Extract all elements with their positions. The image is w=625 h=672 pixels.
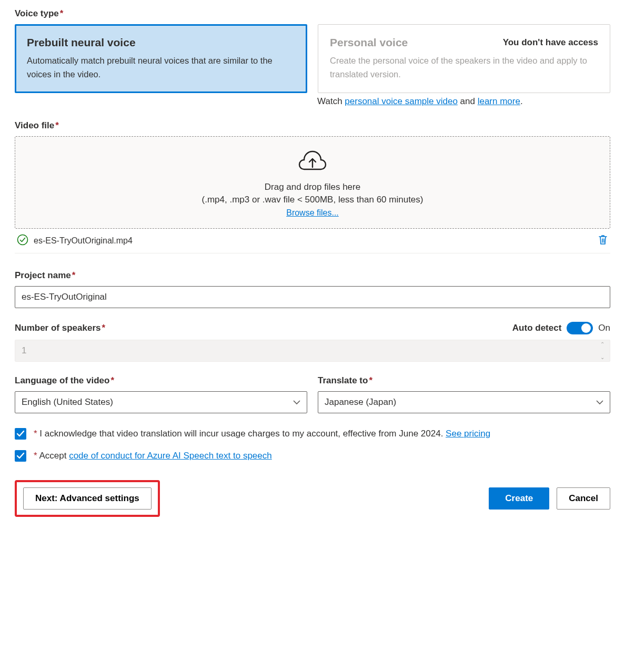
- source-lang-value: English (United States): [22, 397, 113, 408]
- target-lang-value: Japanese (Japan): [325, 397, 396, 408]
- ack-charges-checkbox[interactable]: [15, 428, 26, 440]
- speakers-label: Number of speakers*: [15, 323, 105, 333]
- success-check-icon: [17, 234, 28, 248]
- create-button[interactable]: Create: [489, 487, 549, 510]
- speakers-count-input: 1: [15, 340, 610, 362]
- personal-voice-note: Watch personal voice sample video and le…: [317, 96, 610, 107]
- personal-access-badge: You don't have access: [503, 37, 598, 48]
- auto-detect-toggle[interactable]: [567, 322, 593, 334]
- uploaded-file-name: es-ES-TryOutOriginal.mp4: [34, 236, 598, 246]
- spinner-arrows: ⌃ ⌄: [598, 341, 607, 360]
- delete-file-icon[interactable]: [598, 234, 608, 248]
- target-lang-select[interactable]: Japanese (Japan): [318, 391, 610, 413]
- learn-more-link[interactable]: learn more: [478, 96, 520, 106]
- svg-point-0: [18, 235, 28, 245]
- upload-dropzone[interactable]: Drag and drop files here (.mp4, .mp3 or …: [15, 136, 610, 229]
- voice-card-prebuilt[interactable]: Prebuilt neural voice Automatically matc…: [15, 24, 307, 93]
- target-lang-label: Translate to*: [318, 375, 610, 386]
- chevron-up-icon: ⌃: [598, 341, 607, 347]
- dropzone-hint: (.mp4, .mp3 or .wav file < 500MB, less t…: [21, 195, 604, 205]
- auto-detect-label: Auto detect: [512, 323, 562, 333]
- prebuilt-title: Prebuilt neural voice: [27, 36, 295, 49]
- chevron-down-icon: ⌄: [598, 354, 607, 360]
- voice-card-personal[interactable]: You don't have access Personal voice Cre…: [318, 24, 610, 93]
- cloud-upload-icon: [21, 149, 604, 175]
- ack-conduct-checkbox[interactable]: [15, 450, 26, 462]
- project-name-input[interactable]: [15, 286, 610, 308]
- ack-conduct-text: * Accept code of conduct for Azure AI Sp…: [33, 449, 272, 463]
- video-file-label: Video file*: [15, 120, 610, 131]
- toggle-state-text: On: [598, 323, 610, 333]
- code-of-conduct-link[interactable]: code of conduct for Azure AI Speech text…: [69, 451, 272, 461]
- source-lang-label: Language of the video*: [15, 375, 307, 386]
- project-name-label: Project name*: [15, 270, 610, 281]
- ack-charges-text: * I acknowledge that video translation w…: [33, 427, 490, 441]
- dropzone-text: Drag and drop files here: [21, 182, 604, 192]
- see-pricing-link[interactable]: See pricing: [446, 429, 490, 439]
- voice-type-label: Voice type*: [15, 8, 610, 19]
- chevron-down-icon: [293, 397, 300, 408]
- browse-files-link[interactable]: Browse files...: [286, 208, 339, 217]
- uploaded-file-row: es-ES-TryOutOriginal.mp4: [15, 229, 610, 253]
- chevron-down-icon: [596, 397, 603, 408]
- next-button-highlight: Next: Advanced settings: [15, 480, 160, 517]
- next-advanced-button[interactable]: Next: Advanced settings: [23, 487, 152, 510]
- source-lang-select[interactable]: English (United States): [15, 391, 307, 413]
- cancel-button[interactable]: Cancel: [557, 487, 610, 510]
- prebuilt-desc: Automatically match prebuilt neural voic…: [27, 54, 295, 81]
- personal-desc: Create the personal voice of the speaker…: [330, 54, 598, 81]
- sample-video-link[interactable]: personal voice sample video: [345, 96, 458, 106]
